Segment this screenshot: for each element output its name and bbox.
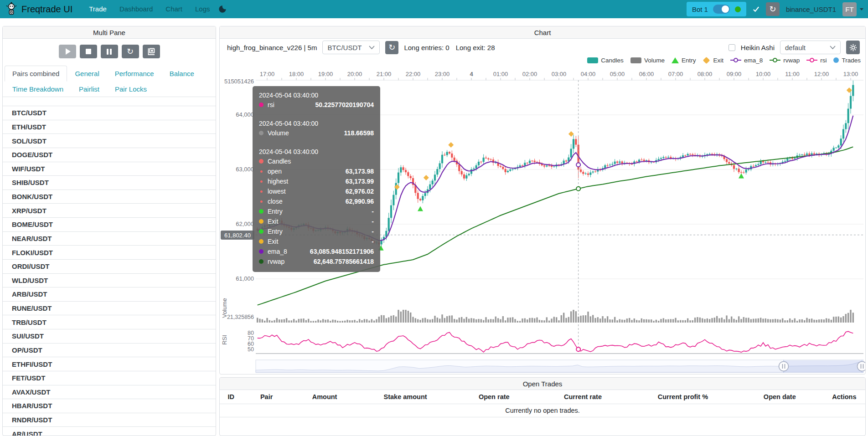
svg-text:02:00: 02:00 <box>522 71 537 77</box>
tooltip-row: Volume118.66598 <box>259 128 374 138</box>
legend-item-rvwap[interactable]: rvwap <box>770 57 800 64</box>
pair-row[interactable]: DOGE/USDT <box>3 148 216 162</box>
svg-text:09:00: 09:00 <box>727 71 742 77</box>
tooltip-row: ema_863,085.948152171906 <box>259 246 374 256</box>
crosshair-price-label: 61,802.40 <box>221 231 254 240</box>
heikin-ashi-label: Heikin Ashi <box>741 44 775 51</box>
legend-item-volume[interactable]: Volume <box>630 57 665 64</box>
pause-bot-button[interactable] <box>101 45 118 58</box>
plot-config-select[interactable]: default <box>780 41 841 54</box>
candles-swatch-icon <box>587 57 598 63</box>
open-trades-title: Open Trades <box>220 378 865 390</box>
stop-bot-button[interactable] <box>80 45 97 58</box>
reload-bot-button[interactable]: ↻ <box>766 2 780 16</box>
trades-swatch-icon <box>833 57 839 63</box>
datazoom-slider[interactable] <box>256 360 866 373</box>
multi-pane-tabs: Pairs combinedGeneralPerformanceBalanceT… <box>3 66 216 97</box>
datazoom-handle[interactable] <box>779 362 789 371</box>
tab-time-breakdown[interactable]: Time Breakdown <box>5 81 71 97</box>
avatar[interactable]: FT <box>842 2 857 16</box>
tooltip-section: 2024-05-04 03:40:00rsi50.22577020190704 <box>259 92 374 110</box>
forget-chart-button[interactable] <box>143 45 160 58</box>
bot-selector[interactable]: Bot 1 <box>687 2 746 16</box>
play-icon <box>66 48 71 55</box>
user-menu[interactable]: FT <box>842 2 863 16</box>
pair-row[interactable]: FLOKI/USDT <box>3 246 216 260</box>
start-bot-button[interactable] <box>59 45 76 58</box>
legend-item-trades[interactable]: Trades <box>833 57 861 64</box>
volume-swatch-icon <box>630 57 641 63</box>
chevron-down-icon <box>830 46 836 49</box>
svg-text:63,000: 63,000 <box>236 166 254 173</box>
pair-row[interactable]: BONK/USDT <box>3 190 216 204</box>
pair-row[interactable]: BTC/USDT <box>3 106 216 120</box>
pair-row[interactable]: ARB/USDT <box>3 287 216 302</box>
pair-row[interactable]: ETHFI/USDT <box>3 357 216 371</box>
nav-item-trade[interactable]: Trade <box>83 0 113 18</box>
navbar: Freqtrade UI TradeDashboardChartLogs Bot… <box>0 0 868 18</box>
pair-row[interactable]: AR/USDT <box>3 427 216 436</box>
pair-row[interactable]: TRB/USDT <box>3 315 216 329</box>
plot-settings-button[interactable] <box>846 41 860 54</box>
nav-item-logs[interactable]: Logs <box>189 0 217 18</box>
svg-text:4: 4 <box>470 71 473 77</box>
brand: Freqtrade UI <box>5 2 72 17</box>
tab-pairlist[interactable]: Pairlist <box>71 81 107 97</box>
ema_8-swatch-icon <box>730 60 741 61</box>
svg-text:18:00: 18:00 <box>289 71 304 77</box>
chart-legend: CandlesVolumeEntryExitema_8rvwaprsiTrade… <box>587 55 861 65</box>
tab-balance[interactable]: Balance <box>162 66 202 82</box>
chart-tooltip: 2024-05-04 03:40:00rsi50.225770201907042… <box>253 86 380 272</box>
theme-toggle-moon-icon[interactable] <box>218 5 227 13</box>
pair-select[interactable]: BTC/USDT <box>322 41 380 54</box>
nav-item-dashboard[interactable]: Dashboard <box>113 0 159 18</box>
tab-pairs-combined[interactable]: Pairs combined <box>5 66 67 82</box>
bot-running-toggle[interactable] <box>713 5 730 14</box>
pair-row[interactable]: SOL/USDT <box>3 134 216 148</box>
legend-item-candles[interactable]: Candles <box>587 57 624 64</box>
svg-text:RSI: RSI <box>221 335 228 345</box>
chart-controls-right: Heikin Ashi default <box>728 41 860 54</box>
pair-row[interactable]: RNDR/USDT <box>3 413 216 427</box>
legend-item-ema_8[interactable]: ema_8 <box>730 57 763 64</box>
pair-row[interactable]: OP/USDT <box>3 344 216 358</box>
bot-instance-name: binance_USDT1 <box>786 5 836 13</box>
tab-general[interactable]: General <box>67 66 107 82</box>
nav-item-chart[interactable]: Chart <box>159 0 189 18</box>
strategy-timeframe-label: high_frog_binance_v226 | 5m <box>227 44 317 51</box>
svg-text:23:00: 23:00 <box>435 71 450 77</box>
pair-row[interactable]: XRP/USDT <box>3 204 216 218</box>
navbar-right: Bot 1 ↻ binance_USDT1 FT <box>687 2 863 16</box>
tooltip-row: Exit- <box>259 216 374 226</box>
pair-row[interactable]: SUI/USDT <box>3 329 216 344</box>
pair-row[interactable]: AVAX/USDT <box>3 385 216 400</box>
heikin-ashi-checkbox[interactable] <box>728 44 735 51</box>
svg-text:21,325856: 21,325856 <box>227 314 254 320</box>
svg-text:04:00: 04:00 <box>581 71 596 77</box>
svg-text:Volume: Volume <box>221 298 228 318</box>
pair-row[interactable]: RUNE/USDT <box>3 302 216 316</box>
reload-config-button[interactable]: ↻ <box>122 45 139 58</box>
multi-pane-title: Multi Pane <box>3 26 216 39</box>
pair-row[interactable]: NEAR/USDT <box>3 232 216 246</box>
svg-text:01:00: 01:00 <box>493 71 508 77</box>
refresh-chart-button[interactable]: ↻ <box>385 41 398 54</box>
svg-text:11:00: 11:00 <box>785 71 800 77</box>
pair-row[interactable]: FET/USDT <box>3 371 216 385</box>
legend-item-entry[interactable]: Entry <box>672 57 696 64</box>
pair-row[interactable]: WIF/USDT <box>3 162 216 176</box>
pair-row[interactable]: HBAR/USDT <box>3 399 216 413</box>
legend-item-rsi[interactable]: rsi <box>806 57 827 64</box>
pair-row[interactable]: WLD/USDT <box>3 274 216 288</box>
pair-row[interactable]: ETH/USDT <box>3 120 216 134</box>
datazoom-handle[interactable] <box>858 362 866 371</box>
pair-row[interactable]: ORDI/USDT <box>3 260 216 274</box>
pair-row[interactable]: SHIB/USDT <box>3 176 216 190</box>
pair-row[interactable]: BOME/USDT <box>3 218 216 232</box>
stop-icon <box>86 49 91 54</box>
tab-pair-locks[interactable]: Pair Locks <box>107 81 155 97</box>
tab-performance[interactable]: Performance <box>107 66 162 82</box>
tooltip-row: rvwap62,648.75785661418 <box>259 256 374 267</box>
tooltip-section: 2024-05-04 03:40:00Candlesopen63,173.98h… <box>259 148 374 267</box>
legend-item-exit[interactable]: Exit <box>703 57 723 64</box>
